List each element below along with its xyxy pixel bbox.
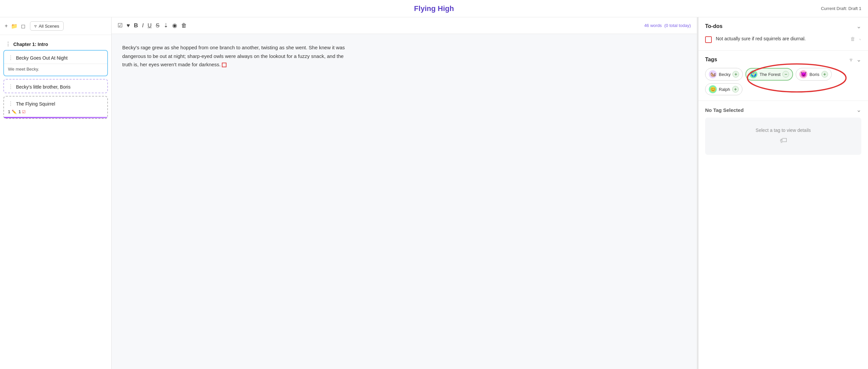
checkbox-icon[interactable]: ☑: [118, 22, 123, 29]
scene3-drag-icon[interactable]: ⋮: [8, 100, 13, 107]
bold-button[interactable]: B: [134, 22, 138, 29]
word-count-number: 46 words: [644, 23, 662, 28]
scene3-edit-count: 1: [8, 110, 10, 114]
edit-icon: ✏️: [12, 110, 17, 114]
tag-label-ralph: Ralph: [719, 87, 730, 92]
scene3-title: The Flying Squirrel: [16, 101, 55, 106]
heart-icon[interactable]: ♥: [127, 22, 130, 29]
chapter-title: Chapter 1: Intro: [13, 42, 48, 47]
sidebar-content: ⋮ Chapter 1: Intro ⋮ Becky Goes Out At N…: [0, 35, 111, 369]
no-tag-collapse-icon[interactable]: ⌄: [856, 106, 861, 114]
todos-collapse-icon[interactable]: ⌄: [856, 23, 861, 30]
tag-placeholder-icon: 🏷: [712, 136, 855, 145]
scene-item-2[interactable]: ⋮ Becky's little brother, Boris: [3, 79, 108, 93]
tags-title: Tags: [705, 57, 717, 63]
scene-item-3[interactable]: ⋮ The Flying Squirrel 1 ✏️ 1 ☑: [3, 96, 108, 119]
sidebar: + 📁 ◻ ▿ All Scenes ⋮ Chapter 1: Intro ⋮ …: [0, 17, 112, 369]
filter-button[interactable]: ▿ All Scenes: [30, 21, 63, 31]
scene1-drag-icon[interactable]: ⋮: [8, 55, 13, 61]
eye-icon[interactable]: ◉: [172, 22, 177, 29]
scene2-title: Becky's little brother, Boris: [16, 84, 71, 90]
scene3-edit-badge: 1 ✏️: [8, 110, 17, 114]
todo-trash-0[interactable]: 🗑: [850, 36, 855, 42]
tags-header-actions: ▿ ⌄: [850, 56, 861, 63]
download-icon[interactable]: ⇣: [163, 22, 168, 29]
no-tag-section: No Tag Selected ⌄ Select a tag to view d…: [699, 101, 868, 160]
tags-section: Tags ▿ ⌄ 🐿️ Becky + 🌍 The Forest −: [699, 51, 868, 101]
chapter-header: ⋮ Chapter 1: Intro: [3, 38, 108, 50]
scene3-todo-count: 1: [19, 110, 21, 114]
tag-chip-forest[interactable]: 🌍 The Forest −: [745, 68, 793, 81]
right-panel: To-dos ⌄ Not actually sure if red squirr…: [698, 17, 868, 369]
tag-chip-boris[interactable]: 😈 Boris +: [796, 68, 832, 81]
tag-add-becky[interactable]: +: [733, 71, 739, 78]
check-icon: ☑: [22, 110, 26, 114]
tag-remove-forest[interactable]: −: [782, 71, 789, 78]
todos-section: To-dos ⌄ Not actually sure if red squirr…: [699, 17, 868, 51]
editor-body[interactable]: Becky's rage grew as she hopped from one…: [112, 34, 697, 369]
draft-label: Current Draft: Draft 1: [821, 6, 861, 11]
editor-toolbar: ☑ ♥ B I U S ⇣ ◉ 🗑 46 words (0 total toda…: [112, 17, 697, 34]
tags-header: Tags ▿ ⌄: [705, 56, 861, 63]
tag-label-forest: The Forest: [760, 72, 780, 77]
tags-row: 🐿️ Becky + 🌍 The Forest − 😈 Boris +: [705, 68, 861, 95]
app-title: Flying High: [414, 4, 454, 13]
word-count-today: (0 total today): [664, 23, 691, 28]
scene3-todo-badge: 1 ☑: [19, 110, 26, 114]
tag-add-boris[interactable]: +: [822, 71, 828, 78]
scene-item-1-top: ⋮ Becky Goes Out At Night: [4, 51, 107, 64]
scene3-progress-bar: [4, 117, 107, 118]
word-count: 46 words (0 total today): [644, 23, 691, 28]
italic-button[interactable]: I: [142, 22, 144, 29]
tag-avatar-boris: 😈: [799, 70, 807, 78]
no-tag-header: No Tag Selected ⌄: [705, 106, 861, 114]
no-tag-text: Select a tag to view details: [756, 128, 811, 133]
editor-paragraph: Becky's rage grew as she hopped from one…: [122, 43, 349, 69]
no-tag-body: Select a tag to view details 🏷: [705, 118, 861, 155]
add-icon[interactable]: +: [5, 23, 8, 29]
tags-collapse-icon[interactable]: ⌄: [856, 56, 861, 63]
scene1-synopsis: We meet Becky.: [4, 64, 107, 75]
scene-item-2-top: ⋮ Becky's little brother, Boris: [4, 80, 107, 93]
chapter-drag-icon[interactable]: ⋮: [5, 41, 11, 47]
scene-item-3-top: ⋮ The Flying Squirrel: [4, 97, 107, 110]
tag-label-becky: Becky: [719, 72, 731, 77]
tag-avatar-ralph: 😊: [709, 85, 717, 93]
scene3-badges: 1 ✏️ 1 ☑: [4, 110, 107, 117]
todos-title: To-dos: [705, 23, 722, 29]
todos-header: To-dos ⌄: [705, 23, 861, 30]
main-layout: + 📁 ◻ ▿ All Scenes ⋮ Chapter 1: Intro ⋮ …: [0, 17, 868, 369]
scene1-title: Becky Goes Out At Night: [16, 55, 68, 61]
todo-checkbox-0[interactable]: [705, 36, 712, 43]
tags-filter-icon[interactable]: ▿: [850, 57, 852, 63]
tag-avatar-becky: 🐿️: [709, 70, 717, 78]
tag-add-ralph[interactable]: +: [732, 86, 739, 93]
tag-label-boris: Boris: [809, 72, 819, 77]
sidebar-toolbar: + 📁 ◻ ▿ All Scenes: [0, 17, 111, 35]
editor-text: Becky's rage grew as she hopped from one…: [122, 44, 345, 67]
folder-icon[interactable]: 📁: [11, 23, 18, 29]
filter-label: All Scenes: [39, 24, 59, 29]
tag-avatar-forest: 🌍: [749, 70, 757, 78]
copy-icon[interactable]: ◻: [21, 23, 25, 29]
todo-text-0: Not actually sure if red squirrels are d…: [716, 36, 846, 41]
underline-button[interactable]: U: [148, 22, 152, 29]
todo-resize-0[interactable]: ⌞: [859, 36, 861, 41]
trash-icon[interactable]: 🗑: [181, 22, 187, 29]
editor-area: ☑ ♥ B I U S ⇣ ◉ 🗑 46 words (0 total toda…: [112, 17, 697, 369]
scene2-drag-icon[interactable]: ⋮: [8, 84, 13, 90]
cursor-marker: [222, 63, 226, 67]
todo-item-0: Not actually sure if red squirrels are d…: [705, 34, 861, 45]
app-header: Flying High Current Draft: Draft 1: [0, 0, 868, 17]
strikethrough-button[interactable]: S: [156, 22, 159, 29]
tags-row-2: 😊 Ralph +: [705, 83, 861, 95]
tag-chip-becky[interactable]: 🐿️ Becky +: [705, 68, 743, 81]
no-tag-title: No Tag Selected: [705, 107, 744, 113]
scene-item-1[interactable]: ⋮ Becky Goes Out At Night We meet Becky.: [3, 50, 108, 76]
funnel-icon: ▿: [34, 23, 37, 29]
tag-chip-ralph[interactable]: 😊 Ralph +: [705, 83, 742, 95]
